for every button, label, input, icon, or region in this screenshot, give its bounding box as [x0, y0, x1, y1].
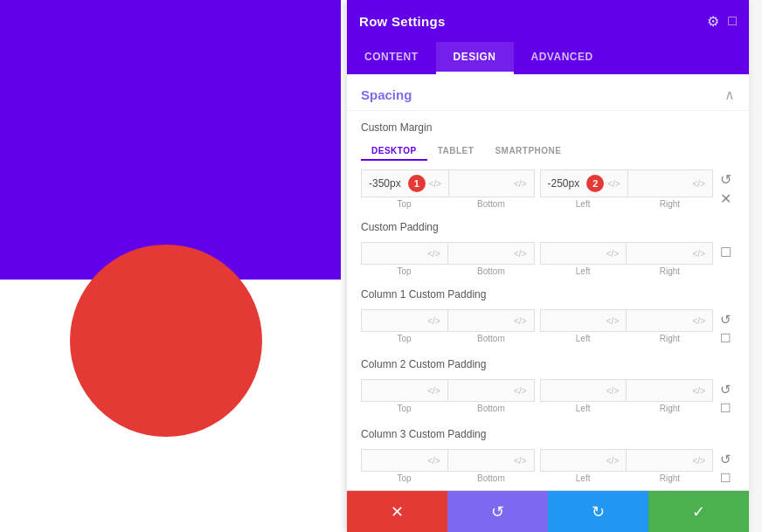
device-tab-smartphone[interactable]: SMARTPHONE — [484, 142, 572, 161]
margin-bottom-input[interactable] — [456, 177, 505, 190]
col2-top-code-icon: </> — [427, 386, 440, 396]
col2-bottom-input[interactable] — [455, 384, 505, 397]
margin-left-value: -250px — [548, 177, 580, 190]
padding-top-input[interactable] — [369, 247, 419, 259]
col2-left-input[interactable] — [548, 384, 598, 397]
bottom-toolbar: ✕ ↺ ↻ ✓ — [347, 490, 749, 532]
col3-right-label: Right — [627, 472, 713, 483]
margin-right-label: Right — [627, 197, 713, 209]
padding-right-label: Right — [627, 265, 713, 276]
custom-padding-section: Custom Padding </> </> — [347, 214, 749, 281]
padding-top-field[interactable]: </> — [362, 243, 447, 264]
col2-top-input[interactable] — [369, 384, 419, 397]
margin-close-button[interactable]: ✕ — [718, 190, 733, 208]
col3-right-input[interactable] — [634, 454, 683, 466]
padding-right-input[interactable] — [634, 247, 683, 259]
col3-left-field[interactable]: </> — [541, 450, 627, 471]
custom-padding-label: Custom Padding — [361, 221, 735, 233]
margin-top-badge: 1 — [408, 175, 426, 192]
col2-left-code-icon: </> — [606, 386, 619, 396]
col1-left-input[interactable] — [548, 314, 598, 327]
save-icon: ✓ — [692, 502, 705, 522]
collapse-icon[interactable]: □ — [728, 13, 737, 29]
padding-left-code-icon: </> — [606, 249, 619, 259]
col1-right-input[interactable] — [634, 314, 683, 327]
col3-bottom-code-icon: </> — [514, 456, 526, 466]
col2-left-field[interactable]: </> — [541, 380, 627, 401]
col2-right-label: Right — [627, 402, 713, 413]
margin-right-input[interactable] — [635, 177, 684, 190]
col3-left-label: Left — [540, 472, 627, 483]
col3-top-field[interactable]: </> — [362, 450, 447, 471]
col1-top-input[interactable] — [369, 314, 419, 327]
margin-right-code-icon: </> — [693, 179, 705, 189]
col2-phone-button[interactable]: ☐ — [718, 400, 733, 416]
margin-left-label: Left — [540, 197, 627, 209]
custom-margin-section: Custom Margin DESKTOP TABLET SMARTPHONE … — [347, 111, 749, 214]
reset-button[interactable]: ↺ — [447, 491, 548, 532]
col3-row-actions: ↺ ☐ — [713, 449, 735, 486]
margin-left-badge: 2 — [586, 175, 604, 192]
tab-design[interactable]: Design — [436, 42, 514, 74]
col3-phone-button[interactable]: ☐ — [718, 470, 733, 486]
col1-bottom-input[interactable] — [455, 314, 505, 327]
device-tab-tablet[interactable]: TABLET — [427, 142, 485, 161]
background-circle — [70, 245, 262, 437]
tab-content[interactable]: Content — [347, 42, 436, 74]
padding-bottom-label: Bottom — [447, 265, 534, 276]
col2-right-field[interactable]: </> — [627, 380, 712, 401]
col2-left-label: Left — [540, 402, 627, 413]
padding-phone-button[interactable]: ☐ — [718, 244, 733, 260]
row-settings-panel: Row Settings ⚙ □ Content Design Advanced… — [347, 0, 749, 532]
col3-reset-button[interactable]: ↺ — [718, 451, 733, 467]
device-tab-desktop[interactable]: DESKTOP — [361, 142, 427, 161]
padding-left-label: Left — [540, 265, 627, 276]
padding-bottom-input[interactable] — [455, 247, 505, 259]
padding-right-code-icon: </> — [693, 249, 705, 259]
col3-bottom-input[interactable] — [455, 454, 505, 466]
margin-bottom-field[interactable]: </> — [449, 170, 533, 197]
col2-right-input[interactable] — [634, 384, 683, 397]
col1-right-field[interactable]: </> — [627, 310, 712, 331]
redo-button[interactable]: ↻ — [548, 491, 648, 532]
padding-top-code-icon: </> — [427, 249, 440, 259]
tab-advanced[interactable]: Advanced — [514, 42, 611, 74]
col1-right-code-icon: </> — [693, 316, 705, 326]
col2-top-field[interactable]: </> — [362, 380, 447, 401]
settings-icon[interactable]: ⚙ — [707, 13, 719, 30]
margin-left-code-icon: </> — [607, 179, 620, 189]
margin-right-field[interactable]: </> — [628, 170, 712, 197]
cancel-button[interactable]: ✕ — [347, 491, 447, 532]
col1-phone-button[interactable]: ☐ — [718, 330, 733, 346]
margin-row-actions: ↺ ✕ — [713, 169, 735, 209]
padding-bottom-code-icon: </> — [514, 249, 526, 259]
col2-padding-label: Column 2 Custom Padding — [361, 358, 735, 370]
margin-top-field[interactable]: -350px 1 </> — [362, 170, 448, 197]
col1-bottom-field[interactable]: </> — [448, 310, 534, 331]
col1-reset-button[interactable]: ↺ — [718, 311, 733, 328]
col1-left-field[interactable]: </> — [541, 310, 627, 331]
col2-bottom-label: Bottom — [447, 402, 534, 413]
col3-right-field[interactable]: </> — [627, 450, 712, 471]
col3-padding-section: Column 3 Custom Padding </> </> — [347, 421, 749, 490]
col2-row-actions: ↺ ☐ — [713, 379, 735, 416]
col3-top-label: Top — [361, 472, 447, 483]
panel-body: Spacing ∧ Custom Margin DESKTOP TABLET S… — [347, 74, 749, 490]
col3-bottom-field[interactable]: </> — [448, 450, 534, 471]
col3-top-input[interactable] — [369, 454, 419, 466]
spacing-collapse-icon[interactable]: ∧ — [724, 86, 735, 103]
padding-right-field[interactable]: </> — [627, 243, 712, 264]
col1-row-actions: ↺ ☐ — [713, 309, 735, 346]
save-button[interactable]: ✓ — [648, 491, 749, 532]
margin-reset-button[interactable]: ↺ — [718, 171, 733, 189]
padding-left-field[interactable]: </> — [541, 243, 627, 264]
padding-left-input[interactable] — [548, 247, 598, 259]
col2-reset-button[interactable]: ↺ — [718, 381, 733, 397]
col3-left-input[interactable] — [548, 454, 598, 466]
col2-bottom-field[interactable]: </> — [448, 380, 534, 401]
tab-bar: Content Design Advanced — [347, 42, 749, 74]
padding-bottom-field[interactable]: </> — [448, 243, 534, 264]
padding-row-actions: ☐ — [713, 242, 735, 276]
margin-left-field[interactable]: -250px 2 </> — [541, 170, 627, 197]
col1-top-field[interactable]: </> — [362, 310, 447, 331]
